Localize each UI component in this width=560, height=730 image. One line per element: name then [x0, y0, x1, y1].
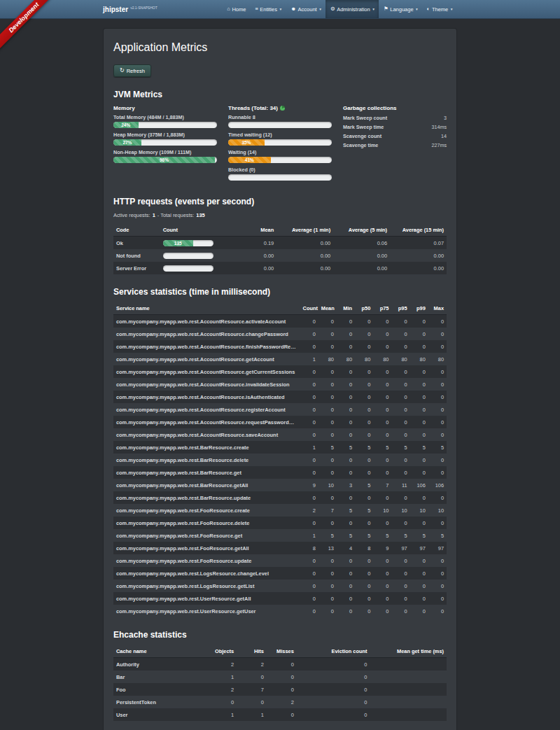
nav-item-label: Entities	[260, 6, 277, 13]
service-value: 0	[410, 517, 428, 529]
table-row: com.mycompany.myapp.web.rest.UserResourc…	[113, 592, 447, 605]
threads-pie-icon[interactable]	[280, 106, 285, 111]
service-name: com.mycompany.myapp.web.rest.FooResource…	[113, 554, 300, 567]
progress-bar: 24%	[113, 122, 217, 128]
service-value: 9	[373, 542, 391, 554]
cache-value: 0	[267, 683, 297, 696]
table-row: com.mycompany.myapp.web.rest.BarResource…	[113, 466, 447, 479]
service-value: 0	[337, 416, 355, 428]
nav-item-account[interactable]: ☻Account▾	[286, 0, 326, 18]
service-value: 1	[300, 529, 318, 542]
gc-value: 3	[444, 115, 447, 121]
service-value: 10	[318, 479, 337, 491]
nav-item-home[interactable]: ⌂Home	[223, 0, 251, 18]
service-value: 0	[410, 580, 428, 592]
service-value: 0	[355, 428, 373, 441]
nav-item-label: Home	[232, 6, 246, 13]
progress-bar: 41%	[228, 157, 332, 163]
table-row: com.mycompany.myapp.web.rest.BarResource…	[113, 454, 447, 466]
service-value: 5	[410, 529, 428, 542]
progress-bar-fill: 41%	[228, 157, 271, 163]
navbar-container: jhipster v2.1-SNAPSHOT ⌂Home≡Entities▾☻A…	[103, 0, 457, 18]
service-value: 0	[410, 567, 428, 580]
progress-bar: 35%	[228, 139, 332, 146]
service-value: 0	[428, 340, 447, 353]
service-value: 0	[300, 340, 318, 353]
table-row: Ok1350.190.000.060.07	[113, 237, 447, 250]
service-value: 0	[410, 403, 428, 416]
table-row: Bar1000	[113, 671, 447, 683]
service-value: 0	[300, 328, 318, 340]
table-row: com.mycompany.myapp.web.rest.BarResource…	[113, 491, 447, 504]
gc-label: Mark Sweep time	[343, 124, 384, 130]
http-requests-title: HTTP requests (events per second)	[113, 197, 447, 206]
service-value: 0	[428, 315, 447, 328]
nav-item-entities[interactable]: ≡Entities▾	[251, 0, 286, 18]
service-value: 0	[373, 454, 391, 466]
service-value: 0	[410, 328, 428, 340]
service-name: com.mycompany.myapp.web.rest.BarResource…	[113, 454, 300, 466]
service-value: 0	[355, 315, 373, 328]
service-value: 0	[391, 416, 410, 428]
service-value: 0	[300, 466, 318, 479]
service-value: 0	[428, 454, 447, 466]
service-value: 0	[355, 592, 373, 605]
http-summary: Active requests: 1 - Total requests: 135	[113, 212, 447, 218]
table-row: User1100	[113, 708, 447, 721]
http-value: 0.00	[220, 262, 276, 274]
table-row: com.mycompany.myapp.web.rest.AccountReso…	[113, 328, 447, 340]
column-header: Average (5 min)	[333, 224, 390, 237]
service-value: 5	[428, 441, 447, 454]
gear-icon: ⚙	[330, 6, 335, 12]
service-name: com.mycompany.myapp.web.rest.LogsResourc…	[113, 580, 300, 592]
service-value: 80	[355, 353, 373, 365]
service-name: com.mycompany.myapp.web.rest.AccountReso…	[113, 353, 300, 365]
service-value: 0	[337, 517, 355, 529]
http-requests-table: CodeCountMeanAverage (1 min)Average (5 m…	[113, 224, 447, 274]
service-value: 0	[410, 605, 428, 617]
ehcache-table-body: Authority2200Bar1000Foo2700PersistentTok…	[113, 658, 447, 722]
home-icon: ⌂	[227, 6, 230, 12]
table-row: Not found0.000.000.000.00	[113, 249, 447, 262]
service-value: 8	[300, 542, 318, 554]
service-value: 0	[337, 466, 355, 479]
service-name: com.mycompany.myapp.web.rest.FooResource…	[113, 542, 300, 554]
nav-item-administration[interactable]: ⚙Administration▾	[326, 0, 379, 18]
http-value: 0.19	[220, 237, 276, 250]
metric-bar-label: Timed waiting (12)	[228, 132, 332, 138]
service-value: 0	[428, 567, 447, 580]
service-value: 0	[355, 454, 373, 466]
http-value: 0.07	[390, 237, 447, 250]
service-value: 106	[410, 479, 428, 491]
column-header: Min	[337, 302, 355, 315]
service-value: 13	[318, 542, 337, 554]
column-header: Service name	[113, 302, 300, 315]
nav-item-language[interactable]: ⚑Language▾	[379, 0, 422, 18]
service-value: 0	[355, 517, 373, 529]
table-row: com.mycompany.myapp.web.rest.AccountReso…	[113, 365, 447, 378]
column-header: Mean	[318, 302, 337, 315]
table-row: com.mycompany.myapp.web.rest.FooResource…	[113, 504, 447, 517]
progress-bar-fill: 27%	[113, 139, 141, 146]
service-value: 9	[300, 479, 318, 491]
service-value: 0	[410, 391, 428, 403]
cache-value: 0	[297, 658, 370, 671]
service-value: 0	[300, 391, 318, 403]
refresh-button[interactable]: ↻ Refresh	[113, 64, 151, 77]
chevron-down-icon: ▾	[279, 7, 281, 11]
cache-value: 0	[297, 671, 370, 683]
service-value: 0	[300, 592, 318, 605]
nav-item-theme[interactable]: ◐Theme▾	[422, 0, 457, 18]
service-value: 0	[318, 315, 337, 328]
service-value: 0	[300, 454, 318, 466]
column-header: Cache name	[113, 645, 206, 658]
service-value: 0	[391, 567, 410, 580]
user-icon: ☻	[290, 6, 296, 12]
http-value: 0.00	[276, 237, 333, 250]
http-value: 0.00	[390, 249, 447, 262]
service-name: com.mycompany.myapp.web.rest.AccountReso…	[113, 315, 300, 328]
service-name: com.mycompany.myapp.web.rest.LogsResourc…	[113, 567, 300, 580]
service-value: 5	[373, 529, 391, 542]
tint-icon: ◐	[427, 6, 430, 12]
brand-link[interactable]: jhipster v2.1-SNAPSHOT	[103, 0, 158, 18]
